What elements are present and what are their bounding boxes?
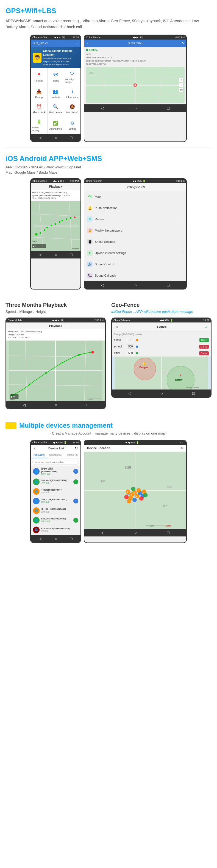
nav-home-fence[interactable]: ○ [161, 391, 163, 396]
nav-recent-playback[interactable]: □ [70, 252, 72, 257]
menu-pickup[interactable]: 📥Pickup [31, 86, 47, 101]
device-avatar-2: 🌐 [33, 488, 39, 495]
geofence-col-title: Geo-Fence [111, 302, 212, 308]
devloc-refresh-btn[interactable]: ↻ [181, 446, 184, 450]
menu-contacts[interactable]: 👥contacts [48, 86, 64, 101]
svg-point-25 [66, 218, 67, 220]
settings-item-upload[interactable]: ⬆ Upload interval settings › [84, 247, 186, 259]
device-search-input[interactable] [32, 460, 79, 465]
menu-find[interactable]: 🔍Find device [48, 101, 64, 116]
menu-attendance[interactable]: ✅Attendance [48, 116, 64, 134]
nav-back-playback[interactable]: ◁ [39, 252, 42, 257]
settings-item-map[interactable]: 🗺 Map › [84, 191, 186, 203]
nav-recent-fence[interactable]: □ [192, 391, 194, 396]
device-name-2: 4498[359339075744] [41, 489, 78, 491]
tab-all[interactable]: All (1000) [31, 452, 47, 458]
settings-item-shake-left: 📳 Shake Settings [87, 239, 115, 245]
devlist-all-btn[interactable]: All [74, 446, 78, 450]
settings-upload-label: Upload interval settings [95, 251, 126, 255]
settings-item-sound[interactable]: 🔊 Sound Control › [84, 259, 186, 270]
tab-offline[interactable]: Offline (3) [64, 452, 81, 458]
nav-back-devloc[interactable]: ◁ [101, 530, 104, 535]
devlist-title: Device List [38, 446, 74, 450]
refresh-settings-icon: ↻ [87, 216, 93, 222]
chevron-push-icon: › [182, 206, 184, 210]
svg-point-27 [74, 216, 75, 218]
fence-back-btn[interactable]: ＜ [115, 324, 119, 330]
nav-recent-devlist[interactable]: □ [70, 536, 72, 541]
find-icon: 🔍 [52, 103, 59, 110]
chevron-shake-icon: › [182, 240, 184, 244]
carrier-playback2: China Mobile [8, 319, 22, 322]
zoom-in-btn[interactable]: + [179, 78, 184, 82]
nav-home-p2[interactable]: ○ [55, 403, 57, 407]
nav-back-p2[interactable]: ◁ [23, 403, 26, 407]
refresh-btn[interactable]: ↻ [182, 41, 184, 45]
signal-right: ◀◀▲ ⊠|| [133, 36, 143, 39]
nav-recent-devloc[interactable]: □ [167, 530, 169, 535]
nav-home-playback[interactable]: ○ [55, 252, 57, 257]
svg-text:📍: 📍 [179, 374, 182, 378]
device-btn-0[interactable]: › [73, 469, 78, 474]
menu-security[interactable]: 🛡security scope [64, 68, 81, 86]
fence-name-office: office [114, 351, 125, 354]
svg-point-9 [134, 84, 136, 86]
nav-recent-settings[interactable]: □ [167, 283, 169, 287]
fence-open-btn-home[interactable]: Open [199, 338, 209, 342]
menu-power[interactable]: 🔋Power saving [31, 116, 47, 134]
nav-recent-icon[interactable]: □ [70, 135, 72, 140]
menu-alarm[interactable]: ⏰Alarm clock [31, 101, 47, 116]
settings-item-callback[interactable]: 📞 Sound Callback › [84, 270, 186, 281]
menu-disturb[interactable]: 🔕Not disturb [64, 101, 81, 116]
s2-title-plain: iOS Android APP [5, 154, 63, 163]
nav-back-fence[interactable]: ◁ [128, 391, 131, 396]
device-avatar-4: 🌐 [33, 507, 39, 514]
fence-close-btn-school[interactable]: Close [199, 345, 209, 348]
nav-home-icon2[interactable]: ○ [134, 106, 137, 111]
yellow-bar-icon [5, 422, 17, 429]
tab-online[interactable]: Online(997) [47, 452, 64, 458]
gps-label: GPS [86, 53, 185, 56]
svg-point-20 [46, 227, 48, 228]
add-icon[interactable]: ＋ [75, 41, 78, 45]
nav-recent-icon2[interactable]: □ [167, 106, 169, 111]
menu-position[interactable]: 📍Position [31, 68, 47, 86]
devlist-back-btn[interactable]: ＜ [33, 446, 36, 451]
menu-track[interactable]: 🗺Track [48, 68, 64, 86]
shake-settings-icon: 📳 [87, 239, 93, 245]
phone-geofence: China Telecom ◀◀ 92% 🔋 14:27 ＜ Fence ✓ R… [111, 317, 212, 398]
zoom-out-btn[interactable]: − [179, 83, 184, 87]
nav-home-icon[interactable]: ○ [55, 135, 57, 140]
device-btn-1[interactable]: › [73, 479, 78, 484]
back-btn[interactable]: ＜ [87, 41, 90, 45]
nav-back-settings[interactable]: ◁ [101, 283, 104, 287]
nav-back-devlist[interactable]: ◁ [39, 536, 42, 541]
settings-item-refresh[interactable]: ↻ Refresh › [84, 214, 186, 225]
time-playback2: 2:53 PM [94, 319, 103, 322]
fence-title: Fence [157, 325, 167, 329]
device-btn-3[interactable]: › [73, 499, 78, 503]
phone-navbar-devloc: ◁ ○ □ [84, 529, 186, 536]
device-avatar-6: 🌐 [33, 527, 39, 533]
menu-information[interactable]: ℹInformation [64, 86, 81, 101]
settings-item-password[interactable]: 🔒 Modify the password › [84, 225, 186, 236]
upload-settings-icon: ⬆ [87, 250, 93, 256]
nav-back-icon2[interactable]: ◁ [101, 106, 104, 111]
fence-close-btn-office[interactable]: Close [199, 351, 209, 355]
menu-setting[interactable]: ⚙Setting [64, 116, 81, 134]
menu-power-label: Power saving [32, 126, 46, 131]
nav-home-devloc[interactable]: ○ [134, 530, 137, 535]
settings-item-shake[interactable]: 📳 Shake Settings › [84, 236, 186, 247]
device-btn-5[interactable]: › [73, 518, 78, 523]
svg-text:亚洲: 亚洲 [125, 466, 131, 469]
locate-btn[interactable]: ◎ [179, 88, 184, 92]
nav-home-devlist[interactable]: ○ [55, 536, 57, 541]
nav-recent-p2[interactable]: □ [87, 403, 89, 407]
settings-item-push[interactable]: 🔔 Push Notification › [84, 203, 186, 214]
nav-back-icon[interactable]: ◁ [39, 135, 42, 140]
chevron-password-icon: › [182, 228, 184, 232]
nav-home-settings[interactable]: ○ [134, 283, 137, 287]
phone-playback: China Mobile ◀▲▲ ⊠|| 3:09 PM Playback de… [30, 178, 81, 289]
col-playback: Three Months Playback Speed，Mileage，Heig… [5, 302, 106, 409]
title-plain: GPS [5, 7, 21, 15]
